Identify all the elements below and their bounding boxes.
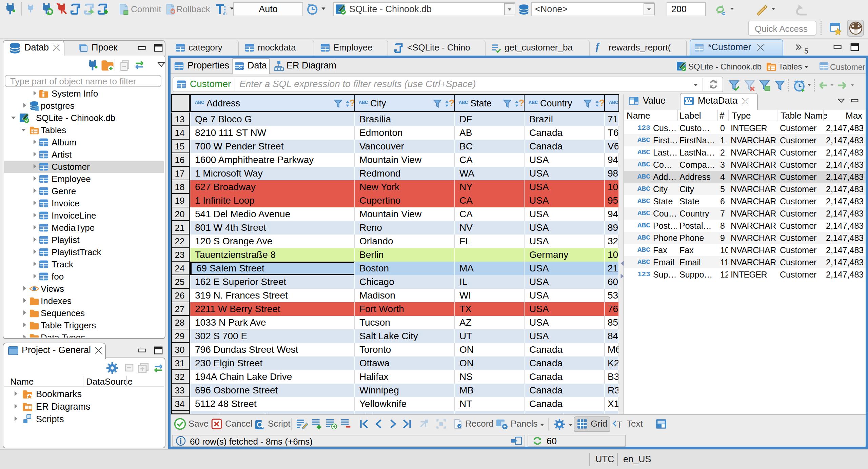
svg-text:T: T [617,420,622,429]
